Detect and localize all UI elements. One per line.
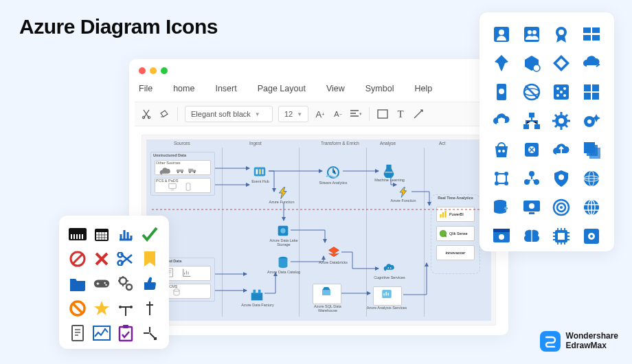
az-shield-icon[interactable] bbox=[549, 166, 574, 191]
font-increase-icon[interactable]: A+ bbox=[314, 108, 326, 120]
az-badge-icon[interactable] bbox=[549, 22, 574, 47]
bookmark-icon[interactable] bbox=[141, 250, 159, 268]
lbl-stream: Stream Analytics bbox=[314, 181, 352, 185]
clipboard-check-icon[interactable] bbox=[117, 324, 135, 342]
svg-rect-63 bbox=[583, 27, 591, 33]
menu-home[interactable]: home bbox=[173, 84, 194, 93]
canvas[interactable]: Sources Ingest Transform & Enrich Analys… bbox=[142, 135, 496, 326]
az-window-gear-icon[interactable] bbox=[489, 224, 514, 249]
svg-rect-83 bbox=[523, 124, 529, 129]
az-person-icon[interactable] bbox=[489, 22, 514, 47]
pin-icon[interactable] bbox=[117, 299, 135, 317]
ml-icon bbox=[381, 163, 396, 178]
az-pin-icon[interactable] bbox=[489, 51, 514, 76]
font-decrease-icon[interactable]: A− bbox=[332, 108, 344, 120]
az-gear-icon[interactable] bbox=[549, 109, 574, 133]
az-box-x-icon[interactable] bbox=[519, 137, 544, 162]
az-brain-icon[interactable] bbox=[519, 224, 544, 249]
col-transform: Transform & Enrich bbox=[321, 141, 359, 146]
phone-icon bbox=[183, 182, 193, 192]
size-dropdown[interactable]: 12▼ bbox=[278, 106, 308, 122]
menu-view[interactable]: View bbox=[326, 84, 345, 93]
folder-icon[interactable] bbox=[69, 275, 87, 293]
az-grid4-icon[interactable] bbox=[579, 80, 604, 104]
x-icon[interactable] bbox=[93, 250, 111, 268]
az-globe-slash-icon[interactable] bbox=[519, 80, 544, 104]
svg-point-101 bbox=[524, 179, 530, 185]
az-monitor-icon[interactable] bbox=[519, 195, 544, 220]
close-dot[interactable] bbox=[139, 67, 146, 74]
az-cloud-arrow-icon[interactable] bbox=[579, 51, 604, 76]
prohibited-icon[interactable] bbox=[69, 250, 87, 268]
svg-point-13 bbox=[174, 289, 179, 292]
az-dots-square-icon[interactable] bbox=[549, 80, 574, 104]
svg-rect-10 bbox=[169, 183, 177, 188]
menu-insert[interactable]: Insert bbox=[215, 84, 236, 93]
chevron-down-icon: ▼ bbox=[255, 111, 260, 117]
menu-help[interactable]: Help bbox=[414, 84, 432, 93]
align-icon[interactable]: ▾ bbox=[350, 108, 362, 120]
svg-point-43 bbox=[118, 261, 123, 266]
calendar-icon[interactable] bbox=[93, 225, 111, 243]
gears-icon[interactable] bbox=[117, 275, 135, 293]
format-painter-icon[interactable] bbox=[158, 108, 170, 120]
piano-icon[interactable] bbox=[69, 225, 87, 243]
az-diamond-icon[interactable] bbox=[549, 51, 574, 76]
svg-point-73 bbox=[556, 87, 559, 90]
az-gear-sparkle-icon[interactable] bbox=[579, 109, 604, 133]
document-icon[interactable] bbox=[69, 324, 87, 342]
font-dropdown[interactable]: Elegant soft black▼ bbox=[185, 106, 273, 122]
az-cloud-up-icon[interactable] bbox=[549, 137, 574, 162]
data-catalog-icon bbox=[275, 255, 291, 270]
az-web-icon[interactable] bbox=[579, 195, 604, 220]
cut-icon[interactable] bbox=[140, 108, 153, 120]
databricks-icon bbox=[326, 245, 341, 260]
icon-panel-right bbox=[479, 12, 614, 251]
az-target-icon[interactable] bbox=[549, 195, 574, 220]
az-settings-icon[interactable] bbox=[579, 224, 604, 249]
menu-symbol[interactable]: Symbol bbox=[365, 84, 394, 93]
az-chip-icon[interactable] bbox=[549, 224, 574, 249]
bar-chart-icon[interactable] bbox=[117, 225, 135, 243]
az-cluster-icon[interactable] bbox=[519, 166, 544, 191]
az-cube-gear-icon[interactable] bbox=[519, 51, 544, 76]
thumbs-up-icon[interactable] bbox=[141, 275, 159, 293]
line-chart-icon[interactable] bbox=[93, 324, 111, 342]
az-phone-gear-icon[interactable] bbox=[489, 80, 514, 104]
az-database-bolt-icon[interactable] bbox=[489, 195, 514, 220]
cloud-icon bbox=[159, 166, 172, 179]
menu-page-layout[interactable]: Page Layout bbox=[258, 84, 306, 93]
svg-point-46 bbox=[105, 284, 106, 286]
target-arrow-icon[interactable] bbox=[141, 324, 159, 342]
no-entry-icon[interactable] bbox=[69, 299, 87, 317]
col-ingest: Ingest bbox=[249, 141, 262, 146]
scissors-icon[interactable] bbox=[117, 250, 135, 268]
az-circuit-icon[interactable] bbox=[489, 166, 514, 191]
menu-file[interactable]: File bbox=[139, 84, 153, 93]
az-cloud-shield-icon[interactable] bbox=[489, 109, 514, 133]
connector-icon[interactable] bbox=[412, 108, 425, 120]
az-stack-icon[interactable] bbox=[579, 137, 604, 162]
gamepad-icon[interactable] bbox=[93, 275, 111, 293]
check-icon[interactable] bbox=[141, 225, 159, 243]
star-icon[interactable] bbox=[93, 299, 111, 317]
svg-point-98 bbox=[495, 181, 499, 185]
svg-point-89 bbox=[498, 150, 501, 152]
svg-point-74 bbox=[563, 87, 566, 90]
max-dot[interactable] bbox=[161, 67, 168, 74]
chevron-down-icon: ▼ bbox=[297, 111, 302, 117]
slider-icon[interactable] bbox=[141, 299, 159, 317]
svg-rect-64 bbox=[592, 27, 600, 33]
az-bag-icon[interactable] bbox=[489, 137, 514, 162]
az-users-icon[interactable] bbox=[519, 22, 544, 47]
text-tool-icon[interactable]: T bbox=[394, 108, 407, 120]
az-hierarchy-icon[interactable] bbox=[519, 109, 544, 133]
shape-rect-icon[interactable] bbox=[376, 108, 389, 120]
az-module-icon[interactable] bbox=[579, 22, 604, 47]
svg-point-26 bbox=[388, 267, 390, 269]
min-dot[interactable] bbox=[150, 67, 157, 74]
az-globe-icon[interactable] bbox=[579, 166, 604, 191]
box-qlik: Qlik Sense bbox=[436, 226, 475, 241]
svg-point-42 bbox=[118, 253, 123, 258]
svg-rect-15 bbox=[256, 169, 258, 174]
